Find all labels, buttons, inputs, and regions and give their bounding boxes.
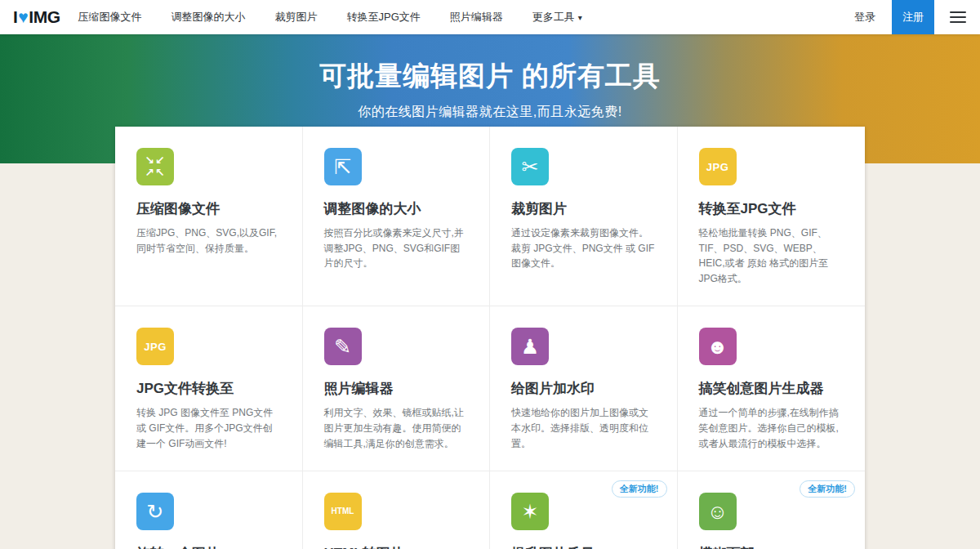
nav-item-photo-editor[interactable]: 照片编辑器 xyxy=(450,10,503,25)
nav-item-convert-to-jpg[interactable]: 转换至JPG文件 xyxy=(346,10,420,25)
main-nav: 压缩图像文件 调整图像的大小 裁剪图片 转换至JPG文件 照片编辑器 更多工具▾ xyxy=(78,10,581,25)
logo-img: IMG xyxy=(29,7,60,26)
tool-description: 通过一个简单的步骤,在线制作搞笑创意图片。选择你自己的模板,或者从最流行的模板中… xyxy=(699,405,844,451)
heart-icon: ♥ xyxy=(17,7,29,26)
blur-face-icon: ☺ xyxy=(699,493,737,530)
stamp-icon: ♟ xyxy=(511,328,549,365)
tool-title: 调整图像的大小 xyxy=(324,199,469,218)
tool-title: 照片编辑器 xyxy=(324,379,469,398)
from-jpg-icon: JPG xyxy=(136,328,174,365)
tool-description: 按照百分比或像素来定义尺寸,并调整JPG、PNG、SVG和GIF图片的尺寸。 xyxy=(324,225,469,271)
pencil-icon: ✎ xyxy=(324,328,362,365)
page-title: 可批量编辑图片 的所有工具 xyxy=(0,34,980,95)
tool-description: 快速地给你的图片加上图像或文本水印。选择排版、透明度和位置。 xyxy=(511,405,656,451)
nav-item-resize[interactable]: 调整图像的大小 xyxy=(171,10,245,25)
tool-title: 转换至JPG文件 xyxy=(699,199,844,218)
tool-description: 利用文字、效果、镜框或贴纸,让图片更加生动有趣。使用简便的编辑工具,满足你的创意… xyxy=(324,405,469,451)
new-feature-badge: 全新功能! xyxy=(612,480,667,498)
tool-title: JPG文件转换至 xyxy=(136,379,281,398)
nav-item-crop[interactable]: 裁剪图片 xyxy=(274,10,317,25)
upscale-image-icon: ✶ xyxy=(511,493,549,530)
menu-icon[interactable] xyxy=(950,11,966,23)
nav-item-more-tools[interactable]: 更多工具▾ xyxy=(532,10,582,25)
tool-card-crop-image[interactable]: ✂裁剪图片通过设定像素来裁剪图像文件。裁剪 JPG文件、PNG文件 或 GIF … xyxy=(490,127,678,306)
resize-image-icon: ⇱ xyxy=(324,148,362,185)
tool-title: 给图片加水印 xyxy=(511,379,656,398)
tool-card-photo-editor[interactable]: ✎照片编辑器利用文字、效果、镜框或贴纸,让图片更加生动有趣。使用简便的编辑工具,… xyxy=(303,306,491,471)
to-jpg-icon: JPG xyxy=(699,148,737,185)
tool-title: 搞笑创意图片生成器 xyxy=(699,379,844,398)
tools-grid: ↘↙ ↗↖压缩图像文件压缩JPG、PNG、SVG,以及GIF,同时节省空间、保持… xyxy=(115,127,865,549)
tool-card-html-to-image[interactable]: HTMLHTML转图片将HTML中的网页转换为JPG或SVG。复制并粘贴网页的U… xyxy=(303,471,491,549)
more-tools-label: 更多工具 xyxy=(532,11,575,23)
logo[interactable]: I♥IMG xyxy=(0,7,78,27)
tool-title: 旋转一个图片 xyxy=(136,544,281,549)
nav-item-compress[interactable]: 压缩图像文件 xyxy=(78,10,141,25)
tool-card-watermark-image[interactable]: ♟给图片加水印快速地给你的图片加上图像或文本水印。选择排版、透明度和位置。 xyxy=(490,306,678,471)
tool-title: 模糊面部 xyxy=(699,544,844,549)
compress-arrows-icon: ↘↙ ↗↖ xyxy=(136,148,174,185)
tool-card-blur-face[interactable]: 全新功能!☺模糊面部简便地模糊照片中的人脸。此外,你还可以模糊车牌或其他物体,以… xyxy=(678,471,866,549)
tool-description: 转换 JPG 图像文件至 PNG文件 或 GIF文件。用多个JPG文件创建一个 … xyxy=(136,405,281,451)
tool-card-upscale-image[interactable]: 全新功能!✶提升图片质量以高分辨率放大图像。轻松提升JPG和PNG图片的大小,同… xyxy=(490,471,678,549)
main-content: ↘↙ ↗↖压缩图像文件压缩JPG、PNG、SVG,以及GIF,同时节省空间、保持… xyxy=(0,127,980,549)
tool-title: 提升图片质量 xyxy=(511,544,656,549)
tool-description: 通过设定像素来裁剪图像文件。裁剪 JPG文件、PNG文件 或 GIF 图像文件。 xyxy=(511,225,656,271)
signup-button[interactable]: 注册 xyxy=(892,0,934,34)
tool-card-rotate-image[interactable]: ↻旋转一个图片同时旋转多个 JPG、PNG 或 GIF 图片。每次只选择横向或纵… xyxy=(115,471,303,549)
top-nav: I♥IMG 压缩图像文件 调整图像的大小 裁剪图片 转换至JPG文件 照片编辑器… xyxy=(0,0,980,34)
tool-title: 压缩图像文件 xyxy=(136,199,281,218)
login-link[interactable]: 登录 xyxy=(854,10,875,25)
smiley-icon: ☻ xyxy=(699,328,737,365)
tool-card-meme-generator[interactable]: ☻搞笑创意图片生成器通过一个简单的步骤,在线制作搞笑创意图片。选择你自己的模板,… xyxy=(678,306,866,471)
html-icon: HTML xyxy=(324,493,362,530)
rotate-icon: ↻ xyxy=(136,493,174,530)
tool-card-compress-image[interactable]: ↘↙ ↗↖压缩图像文件压缩JPG、PNG、SVG,以及GIF,同时节省空间、保持… xyxy=(115,127,303,306)
tool-description: 轻松地批量转换 PNG、GIF、TIF、PSD、SVG、WEBP、HEIC,或者… xyxy=(699,225,844,286)
page-subtitle: 你的在线图片编辑器就在这里,而且永远免费! xyxy=(0,104,980,121)
tool-card-convert-to-jpg[interactable]: JPG转换至JPG文件轻松地批量转换 PNG、GIF、TIF、PSD、SVG、W… xyxy=(678,127,866,306)
tool-card-convert-from-jpg[interactable]: JPGJPG文件转换至转换 JPG 图像文件至 PNG文件 或 GIF文件。用多… xyxy=(115,306,303,471)
crop-scissors-icon: ✂ xyxy=(511,148,549,185)
tool-title: HTML转图片 xyxy=(324,544,469,549)
chevron-down-icon: ▾ xyxy=(578,13,582,22)
tool-title: 裁剪图片 xyxy=(511,199,656,218)
tool-card-resize-image[interactable]: ⇱调整图像的大小按照百分比或像素来定义尺寸,并调整JPG、PNG、SVG和GIF… xyxy=(303,127,491,306)
tool-description: 压缩JPG、PNG、SVG,以及GIF,同时节省空间、保持质量。 xyxy=(136,225,281,256)
new-feature-badge: 全新功能! xyxy=(800,480,855,498)
